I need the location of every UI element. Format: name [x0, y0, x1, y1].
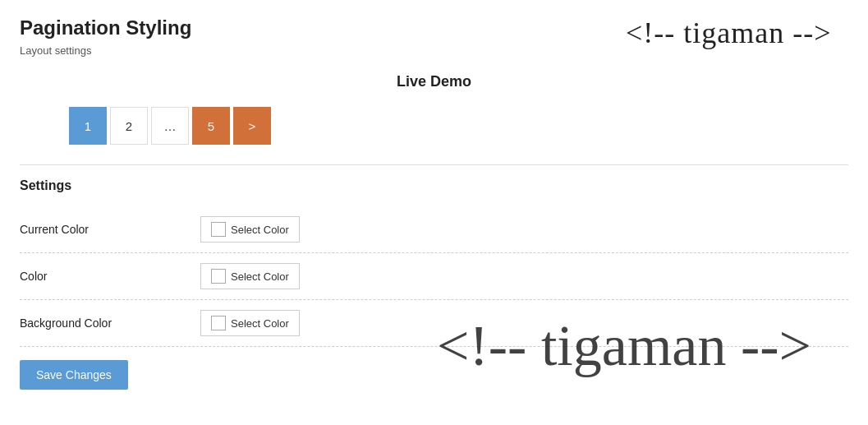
current-color-button-label: Select Color [231, 224, 289, 236]
settings-section: Settings Current Color Select Color Colo… [20, 164, 848, 390]
page-title: Pagination Styling [20, 16, 848, 39]
current-color-select-button[interactable]: Select Color [200, 216, 300, 243]
pagination: 1 2 … 5 > [69, 107, 848, 145]
page-btn-2[interactable]: 2 [110, 107, 148, 145]
setting-row-background-color: Background Color Select Color [20, 300, 848, 347]
save-changes-button[interactable]: Save Changes [20, 360, 128, 390]
background-color-label: Background Color [20, 316, 200, 330]
current-color-label: Current Color [20, 223, 200, 236]
layout-settings-label: Layout settings [20, 44, 848, 57]
page-container: <!-- tigaman --> Pagination Styling Layo… [0, 0, 868, 406]
color-label: Color [20, 270, 200, 283]
background-color-swatch [211, 316, 226, 330]
color-select-button[interactable]: Select Color [200, 263, 300, 289]
background-color-button-label: Select Color [231, 317, 289, 330]
color-button-label: Select Color [231, 270, 289, 283]
live-demo-section: Live Demo [20, 73, 848, 90]
current-color-swatch [211, 222, 226, 237]
setting-row-current-color: Current Color Select Color [20, 206, 848, 253]
page-btn-5[interactable]: 5 [192, 107, 230, 145]
settings-title: Settings [20, 178, 848, 193]
setting-row-color: Color Select Color [20, 253, 848, 300]
live-demo-title: Live Demo [20, 73, 848, 90]
page-btn-1[interactable]: 1 [69, 107, 107, 145]
background-color-select-button[interactable]: Select Color [200, 310, 300, 336]
page-btn-next[interactable]: > [233, 107, 271, 145]
color-swatch [211, 269, 226, 284]
page-btn-ellipsis[interactable]: … [151, 107, 189, 145]
